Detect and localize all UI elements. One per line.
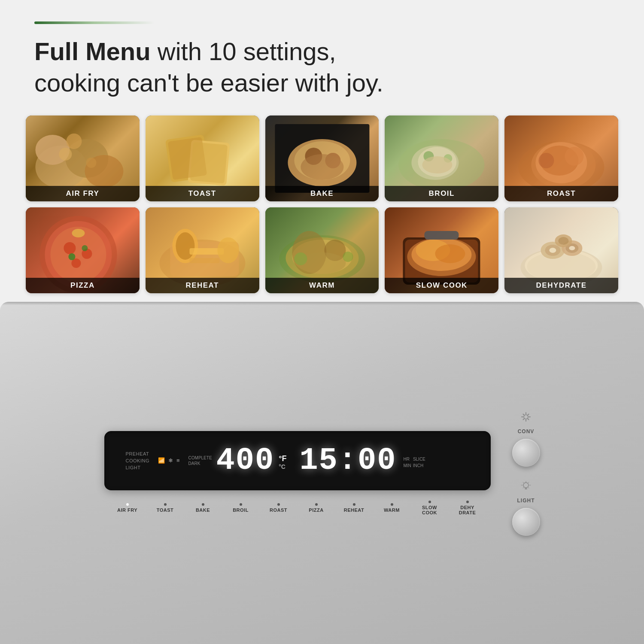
label-reheat: REHEAT [146,278,259,293]
menu-text-warm: WARM [384,507,400,513]
svg-point-70 [559,237,569,245]
svg-point-28 [539,153,554,168]
grid-section: AIR FRY TOAST [0,111,644,302]
grid-item-toast[interactable]: TOAST [146,115,259,201]
menu-text-dehydrate: DEHYDRATE [459,505,476,515]
menu-item-broil[interactable]: BROIL [222,503,260,513]
svg-point-4 [59,148,72,161]
wifi-icon: 📶 [158,457,165,464]
menu-text-broil: BROIL [233,507,249,513]
accent-bar [34,21,155,24]
menu-item-toast[interactable]: TOAST [146,503,184,513]
display-unit: °F °C [279,454,286,470]
display-right-labels: HR SLICE MIN INCH [403,457,425,468]
dot-roast [277,503,280,506]
label-hr: HR [403,457,409,462]
menu-item-bake[interactable]: BAKE [184,503,222,513]
label-dark: DARK [188,461,212,466]
appliance-section: PREHEAT COOKING LIGHT 📶 ❄ ≡ COMPLETE DAR… [0,302,644,644]
label-pizza: PIZZA [26,278,140,293]
grid-item-pizza[interactable]: PIZZA [26,207,140,293]
label-dehydrate: DEHYDRATE [504,278,618,293]
label-complete: COMPLETE [188,456,212,460]
label-slice: SLICE [413,457,425,462]
conv-group: CONV [512,410,540,467]
temp-f: °F [279,454,286,463]
svg-point-16 [301,154,343,180]
label-slow-cook: SLOW COOK [385,278,498,293]
menu-item-dehydrate[interactable]: DEHYDRATE [449,501,486,515]
display-time: 15:00 [299,443,396,478]
grid-item-broil[interactable]: BROIL [385,115,498,201]
dot-broil [240,503,242,506]
light-group: LIGHT [512,480,540,536]
menu-item-slow-cook[interactable]: SLOWCOOK [411,501,449,515]
svg-point-32 [64,242,76,254]
menu-item-reheat[interactable]: REHEAT [335,503,373,513]
conv-icon [519,410,532,426]
temp-c: °C [279,463,286,470]
menu-labels: AIR FRY TOAST BAKE BROIL [104,501,491,515]
grid-item-reheat[interactable]: REHEAT [146,207,259,293]
light-icon [519,480,532,495]
menu-text-bake: BAKE [196,507,210,513]
menu-item-air-fry[interactable]: AIR FRY [109,503,146,513]
dot-slow-cook [428,501,431,503]
svg-point-72 [523,483,529,488]
svg-point-27 [565,147,584,166]
menu-text-toast: TOAST [157,507,174,513]
dot-toast [164,503,167,506]
dot-pizza [315,503,318,506]
dot-reheat [353,503,355,506]
label-min: MIN [403,463,411,468]
grid-item-warm[interactable]: WARM [265,207,379,293]
conv-knob[interactable] [512,439,540,467]
svg-point-65 [550,248,556,253]
label-toast: TOAST [146,186,259,201]
menu-text-reheat: REHEAT [344,507,364,513]
label-broil: BROIL [385,186,498,201]
headline: Full Menu with 10 settings,cooking can't… [34,36,610,98]
svg-rect-59 [425,231,459,240]
menu-icon: ≡ [176,457,180,464]
dot-air-fry [126,503,129,506]
grid-item-air-fry[interactable]: AIR FRY [26,115,140,201]
panel-wrapper: PREHEAT COOKING LIGHT 📶 ❄ ≡ COMPLETE DAR… [104,410,540,536]
middle-labels: COMPLETE DARK [188,456,212,466]
grid-item-slow-cook[interactable]: SLOW COOK [385,207,498,293]
menu-text-air-fry: AIR FRY [117,507,137,513]
svg-point-44 [217,237,239,263]
display-panel: PREHEAT COOKING LIGHT 📶 ❄ ≡ COMPLETE DAR… [104,431,491,490]
svg-point-51 [294,252,307,265]
menu-item-warm[interactable]: WARM [373,503,411,513]
svg-point-52 [343,252,353,262]
svg-point-35 [68,253,75,260]
menu-item-roast[interactable]: ROAST [260,503,298,513]
grid-item-bake[interactable]: BAKE [265,115,379,201]
menu-text-pizza: PIZZA [309,507,323,513]
label-air-fry: AIR FRY [26,186,140,201]
label-roast: ROAST [504,186,618,201]
label-inch: INCH [413,463,423,468]
svg-point-6 [66,134,82,149]
label-light: LIGHT [126,465,149,470]
label-preheat: PREHEAT [126,451,149,456]
display-temperature: 400 [216,443,275,478]
cooking-grid: AIR FRY TOAST [26,115,618,293]
side-controls: CONV LIGHT [512,410,540,536]
svg-point-36 [82,245,88,251]
dot-warm [391,503,393,506]
dot-bake [202,503,204,506]
svg-point-41 [176,232,194,260]
page-wrapper: Full Menu with 10 settings,cooking can't… [0,0,644,644]
grid-item-dehydrate[interactable]: DEHYDRATE [504,207,618,293]
menu-item-pizza[interactable]: PIZZA [298,503,335,513]
light-knob[interactable] [512,508,540,536]
fan-icon: ❄ [168,457,173,464]
label-warm: WARM [265,278,379,293]
headline-bold: Full Menu [34,37,151,65]
grid-item-roast[interactable]: ROAST [504,115,618,201]
display-left-labels: PREHEAT COOKING LIGHT [126,451,149,470]
menu-text-roast: ROAST [270,507,287,513]
svg-rect-10 [190,142,228,184]
